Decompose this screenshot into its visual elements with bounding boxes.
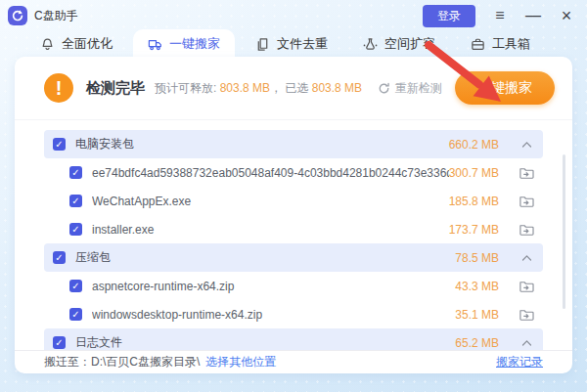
category-checkbox[interactable]: ✓	[53, 336, 66, 349]
category-row[interactable]: ✓电脑安装包660.2 MB	[44, 130, 543, 158]
category-checkbox[interactable]: ✓	[53, 138, 66, 151]
file-checkbox[interactable]: ✓	[69, 195, 82, 207]
tab-label: 一键搬家	[169, 35, 220, 53]
close-icon[interactable]: ×	[558, 8, 575, 23]
tab-label: 空间扩容	[384, 35, 435, 53]
category-name: 压缩包	[75, 249, 455, 266]
app-logo-icon	[8, 6, 27, 25]
tab-file-dedup[interactable]: 文件去重	[241, 29, 342, 59]
open-file-location-icon[interactable]	[519, 165, 535, 181]
open-file-location-icon[interactable]	[519, 222, 535, 238]
file-name: aspnetcore-runtime-x64.zip	[92, 280, 455, 293]
file-checkbox[interactable]: ✓	[69, 308, 82, 321]
file-checkbox[interactable]: ✓	[69, 280, 82, 292]
target-path: D:\百贝C盘搬家目录\	[91, 354, 200, 370]
file-row[interactable]: ✓WeChatAppEx.exe185.8 MB	[44, 187, 543, 215]
file-checkbox[interactable]: ✓	[69, 223, 82, 236]
status-bar: ! 检测完毕 预计可释放: 803.8 MB， 已选 803.8 MB 重新检测…	[15, 57, 572, 120]
tab-bar: 全面优化 一键搬家 文件去重 空间扩容 工具箱	[0, 29, 587, 59]
status-detail: 预计可释放: 803.8 MB， 已选 803.8 MB	[155, 80, 362, 97]
open-file-location-icon[interactable]	[519, 194, 535, 209]
status-title: 检测完毕	[86, 79, 145, 98]
one-click-move-button[interactable]: 一键搬家	[455, 71, 555, 105]
file-row[interactable]: ✓windowsdesktop-runtime-x64.zip35.1 MB	[44, 300, 543, 328]
file-list: ✓电脑安装包660.2 MB✓ee74bdfc4ad59388732eab050…	[44, 130, 543, 350]
tab-one-click-move[interactable]: 一键搬家	[133, 29, 235, 59]
category-size: 78.5 MB	[455, 251, 499, 265]
move-history-link[interactable]: 搬家记录	[496, 354, 543, 370]
optimize-icon	[40, 37, 55, 52]
file-size: 35.1 MB	[455, 308, 499, 322]
scrollbar-thumb[interactable]	[563, 154, 565, 309]
category-row[interactable]: ✓压缩包78.5 MB	[44, 243, 543, 272]
file-name: ee74bdfc4ad59388732eab05048af409-4c03bbd…	[92, 166, 449, 180]
chevron-up-icon[interactable]	[519, 335, 535, 351]
file-name: installer.exe	[92, 223, 449, 237]
chevron-up-icon[interactable]	[519, 250, 535, 266]
login-button[interactable]: 登录	[423, 5, 475, 27]
selected-size: 803.8 MB	[312, 81, 362, 95]
file-size: 43.3 MB	[455, 280, 499, 293]
open-file-location-icon[interactable]	[519, 307, 535, 323]
category-size: 65.2 MB	[455, 336, 499, 350]
category-name: 电脑安装包	[75, 136, 449, 152]
menu-icon[interactable]: ≡	[491, 8, 509, 23]
tab-label: 工具箱	[492, 35, 530, 53]
recheck-button[interactable]: 重新检测	[378, 80, 442, 97]
refresh-icon	[378, 82, 390, 95]
file-checkbox[interactable]: ✓	[69, 166, 82, 179]
file-size: 173.7 MB	[449, 223, 499, 237]
dedup-files-icon	[255, 37, 270, 52]
file-name: windowsdesktop-runtime-x64.zip	[92, 308, 455, 322]
minimize-icon[interactable]: —	[524, 8, 542, 23]
warning-icon: !	[44, 73, 73, 103]
footer-bar: 搬迁至： D:\百贝C盘搬家目录\ 选择其他位置 搬家记录	[15, 350, 572, 373]
titlebar: C盘助手 登录 ≡ — ×	[0, 0, 587, 29]
truck-icon	[148, 37, 162, 52]
expand-space-icon	[363, 37, 378, 52]
file-size: 300.7 MB	[449, 166, 499, 180]
category-row[interactable]: ✓日志文件65.2 MB	[44, 328, 543, 350]
tab-expand-space[interactable]: 空间扩容	[348, 29, 450, 59]
file-row[interactable]: ✓ee74bdfc4ad59388732eab05048af409-4c03bb…	[44, 158, 543, 187]
app-title: C盘助手	[34, 8, 78, 24]
toolbox-icon	[471, 37, 485, 52]
chevron-up-icon[interactable]	[519, 137, 535, 152]
tab-label: 全面优化	[62, 35, 113, 53]
main-panel: ! 检测完毕 预计可释放: 803.8 MB， 已选 803.8 MB 重新检测…	[15, 57, 572, 373]
file-size: 185.8 MB	[449, 195, 499, 208]
tab-toolbox[interactable]: 工具箱	[456, 29, 545, 59]
choose-location-link[interactable]: 选择其他位置	[205, 354, 276, 370]
file-row[interactable]: ✓installer.exe173.7 MB	[44, 215, 543, 243]
category-size: 660.2 MB	[449, 138, 499, 152]
release-size: 803.8 MB	[220, 81, 270, 95]
file-row[interactable]: ✓aspnetcore-runtime-x64.zip43.3 MB	[44, 272, 543, 300]
tab-full-optimize[interactable]: 全面优化	[25, 29, 127, 59]
file-name: WeChatAppEx.exe	[92, 195, 449, 208]
open-file-location-icon[interactable]	[519, 279, 535, 294]
tab-label: 文件去重	[277, 35, 328, 53]
category-name: 日志文件	[75, 334, 455, 350]
category-checkbox[interactable]: ✓	[53, 251, 66, 264]
target-label: 搬迁至：	[44, 354, 91, 370]
